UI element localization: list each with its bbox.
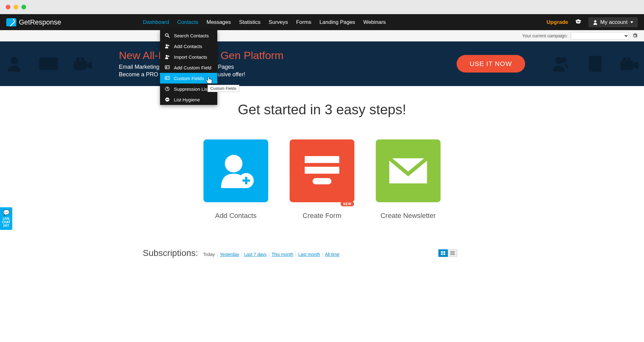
use-it-now-button[interactable]: USE IT NOW	[457, 55, 525, 73]
close-window-icon[interactable]	[6, 5, 10, 9]
subscriptions-left: Subscriptions: Today| Yesterday| Last 7 …	[143, 248, 339, 258]
id-plus-icon	[164, 65, 170, 70]
svg-point-13	[627, 57, 631, 61]
camera-outline-icon	[72, 54, 94, 73]
dropdown-import-contacts[interactable]: Import Contacts	[160, 52, 217, 62]
main-heading: Get started in 3 easy steps!	[0, 102, 644, 117]
brand-logo[interactable]: GetResponse	[6, 18, 61, 26]
form-outline-icon	[584, 54, 606, 73]
minus-circle-icon	[164, 97, 170, 102]
dropdown-label: Import Contacts	[174, 54, 207, 60]
maximize-window-icon[interactable]	[21, 5, 26, 9]
id-card-icon	[164, 75, 170, 81]
svg-rect-22	[165, 76, 169, 79]
svg-rect-33	[305, 156, 339, 163]
search-icon	[164, 33, 170, 38]
step-tile-add-contacts[interactable]	[203, 139, 268, 202]
dropdown-label: List Hygiene	[174, 97, 200, 102]
svg-point-23	[166, 77, 167, 78]
camera-outline-icon	[619, 54, 641, 73]
dropdown-add-contacts[interactable]: Add Contacts	[160, 41, 217, 52]
svg-rect-34	[305, 167, 339, 174]
filter-this-month[interactable]: This month	[272, 252, 293, 257]
person-outline-icon	[3, 54, 25, 73]
my-account-button[interactable]: My account	[588, 17, 638, 27]
dropdown-label: Add Custom Field	[174, 65, 211, 70]
minimize-window-icon[interactable]	[14, 5, 18, 9]
subscriptions-filters: Today| Yesterday| Last 7 days| This mont…	[203, 252, 339, 257]
hero-bg-icons-right	[550, 41, 641, 86]
step-label: Create Form NEW	[303, 212, 341, 220]
chevron-down-icon	[630, 21, 633, 23]
list-icon	[450, 251, 455, 255]
step-label-text: Create Form	[303, 212, 341, 220]
step-create-form: Create Form NEW	[290, 139, 354, 220]
steps-row: Add Contacts Create Form NEW	[0, 139, 644, 220]
svg-rect-40	[443, 253, 445, 255]
person-plus-large-icon	[215, 150, 256, 191]
nav-right: Upgrade My account	[547, 17, 638, 27]
step-add-contacts: Add Contacts	[203, 139, 268, 220]
nav-webinars[interactable]: Webinars	[363, 19, 386, 25]
svg-rect-41	[450, 251, 455, 252]
dropdown-add-custom-field[interactable]: Add Custom Field	[160, 62, 217, 73]
nav-dashboard[interactable]: Dashboard	[143, 19, 169, 25]
svg-rect-42	[450, 253, 455, 254]
svg-rect-8	[589, 56, 602, 72]
live-chat-tab[interactable]: 💬 LIVE CHAT 24/7	[0, 207, 12, 230]
svg-rect-39	[441, 253, 443, 255]
nav-contacts[interactable]: Contacts	[177, 19, 198, 25]
hero-banner: New All-In-One Lead Gen Platform Email M…	[0, 41, 644, 86]
live-chat-line1: LIVE	[2, 217, 10, 220]
form-large-icon	[302, 154, 342, 188]
nav-messages[interactable]: Messages	[207, 19, 231, 25]
graduation-icon[interactable]	[575, 19, 582, 26]
step-label: Add Contacts	[215, 212, 257, 220]
nav-items: Dashboard Contacts Messages Statistics S…	[143, 19, 386, 25]
svg-point-29	[225, 155, 242, 172]
person-plus-icon	[164, 43, 170, 49]
contacts-dropdown: Search Contacts Add Contacts Import Cont…	[160, 30, 217, 105]
dropdown-label: Suppression Lists	[174, 86, 211, 92]
brand-name: GetResponse	[19, 18, 61, 26]
svg-point-7	[561, 57, 567, 63]
nav-forms[interactable]: Forms	[296, 19, 311, 25]
grid-icon	[441, 251, 445, 255]
circle-minus-icon	[164, 86, 170, 92]
dropdown-search-contacts[interactable]: Search Contacts	[160, 30, 217, 41]
svg-point-19	[166, 66, 167, 68]
new-badge: NEW	[341, 202, 354, 206]
top-nav: GetResponse Dashboard Contacts Messages …	[0, 14, 644, 30]
svg-rect-3	[74, 61, 86, 70]
logo-icon	[6, 18, 16, 26]
step-tile-create-newsletter[interactable]	[376, 139, 441, 202]
filter-last-month[interactable]: Last month	[298, 252, 320, 257]
people-outline-icon	[550, 54, 572, 73]
filter-today[interactable]: Today	[203, 252, 215, 257]
campaign-select[interactable]	[571, 32, 629, 40]
nav-landing-pages[interactable]: Landing Pages	[319, 19, 355, 25]
svg-rect-11	[620, 61, 633, 70]
dropdown-label: Search Contacts	[174, 33, 209, 38]
person-icon	[593, 20, 598, 25]
nav-statistics[interactable]: Statistics	[239, 19, 260, 25]
hero-bg-icons-left	[3, 41, 94, 86]
upgrade-link[interactable]: Upgrade	[547, 19, 568, 25]
gear-icon[interactable]	[632, 33, 638, 39]
svg-point-12	[623, 57, 626, 61]
filter-yesterday[interactable]: Yesterday	[220, 252, 239, 257]
dropdown-custom-fields[interactable]: Custom Fields	[160, 73, 217, 84]
svg-point-4	[76, 57, 80, 61]
filter-all-time[interactable]: All time	[325, 252, 339, 257]
filter-last-7-days[interactable]: Last 7 days	[244, 252, 267, 257]
dropdown-list-hygiene[interactable]: List Hygiene	[160, 94, 217, 105]
list-view-button[interactable]	[448, 249, 457, 257]
subscriptions-title: Subscriptions:	[143, 248, 198, 258]
grid-view-button[interactable]	[438, 249, 448, 257]
nav-surveys[interactable]: Surveys	[269, 19, 288, 25]
person-plus-icon	[164, 54, 170, 60]
svg-point-14	[165, 34, 168, 36]
svg-point-17	[166, 55, 168, 57]
step-tile-create-form[interactable]	[290, 139, 354, 202]
svg-rect-43	[450, 254, 455, 255]
